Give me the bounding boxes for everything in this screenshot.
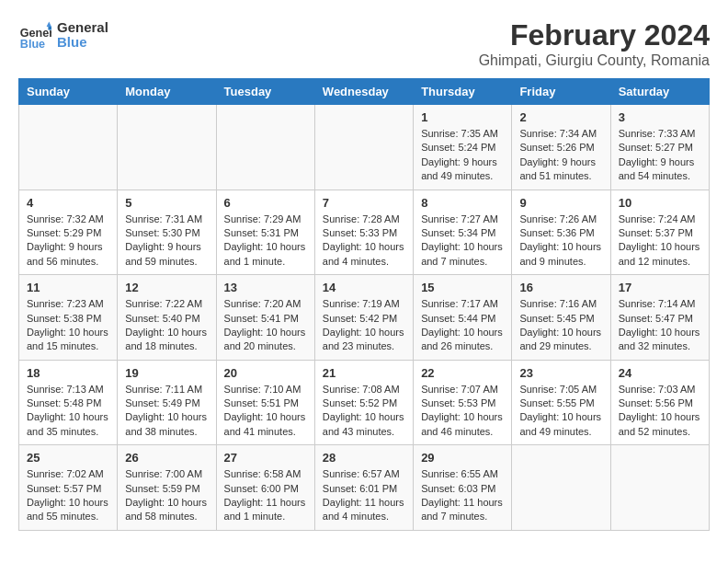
svg-marker-3 <box>48 27 51 30</box>
day-number: 19 <box>125 366 208 380</box>
day-number: 26 <box>125 451 208 465</box>
day-cell: 6Sunrise: 7:29 AMSunset: 5:31 PMDaylight… <box>216 190 314 275</box>
day-number: 5 <box>125 196 208 210</box>
day-cell: 20Sunrise: 7:10 AMSunset: 5:51 PMDayligh… <box>216 360 314 445</box>
day-cell: 17Sunrise: 7:14 AMSunset: 5:47 PMDayligh… <box>610 275 709 361</box>
day-info: Sunrise: 7:03 AMSunset: 5:56 PMDaylight:… <box>619 383 701 440</box>
day-cell: 21Sunrise: 7:08 AMSunset: 5:52 PMDayligh… <box>314 360 413 445</box>
day-cell: 15Sunrise: 7:17 AMSunset: 5:44 PMDayligh… <box>414 275 512 361</box>
day-cell: 7Sunrise: 7:28 AMSunset: 5:33 PMDaylight… <box>314 190 413 275</box>
day-info: Sunrise: 7:02 AMSunset: 5:57 PMDaylight:… <box>27 467 109 524</box>
day-number: 10 <box>619 196 701 210</box>
day-info: Sunrise: 7:07 AMSunset: 5:53 PMDaylight:… <box>421 383 504 440</box>
day-cell: 28Sunrise: 6:57 AMSunset: 6:01 PMDayligh… <box>314 445 413 531</box>
day-info: Sunrise: 7:22 AMSunset: 5:40 PMDaylight:… <box>125 297 208 354</box>
day-info: Sunrise: 7:27 AMSunset: 5:34 PMDaylight:… <box>421 213 504 270</box>
day-number: 22 <box>421 366 504 380</box>
day-cell: 25Sunrise: 7:02 AMSunset: 5:57 PMDayligh… <box>19 445 118 531</box>
day-info: Sunrise: 7:00 AMSunset: 5:59 PMDaylight:… <box>125 467 208 524</box>
week-row-1: 4Sunrise: 7:32 AMSunset: 5:29 PMDaylight… <box>19 190 710 275</box>
day-cell: 12Sunrise: 7:22 AMSunset: 5:40 PMDayligh… <box>118 275 216 361</box>
day-info: Sunrise: 7:08 AMSunset: 5:52 PMDaylight:… <box>323 383 405 440</box>
svg-marker-2 <box>47 22 51 27</box>
day-info: Sunrise: 7:29 AMSunset: 5:31 PMDaylight:… <box>224 213 307 270</box>
day-cell: 26Sunrise: 7:00 AMSunset: 5:59 PMDayligh… <box>118 445 216 531</box>
day-cell: 8Sunrise: 7:27 AMSunset: 5:34 PMDaylight… <box>414 190 512 275</box>
day-info: Sunrise: 7:20 AMSunset: 5:41 PMDaylight:… <box>224 297 307 354</box>
header-saturday: Saturday <box>610 79 709 105</box>
day-number: 9 <box>519 196 602 210</box>
day-info: Sunrise: 7:33 AMSunset: 5:27 PMDaylight:… <box>619 127 701 184</box>
page-header: General Blue General Blue February 2024 … <box>18 18 710 69</box>
day-cell: 29Sunrise: 6:55 AMSunset: 6:03 PMDayligh… <box>414 445 512 531</box>
day-cell: 14Sunrise: 7:19 AMSunset: 5:42 PMDayligh… <box>314 275 413 361</box>
logo-blue: Blue <box>57 35 87 51</box>
day-info: Sunrise: 7:23 AMSunset: 5:38 PMDaylight:… <box>27 297 109 354</box>
day-info: Sunrise: 7:32 AMSunset: 5:29 PMDaylight:… <box>27 213 109 270</box>
day-number: 14 <box>323 281 405 294</box>
day-cell: 3Sunrise: 7:33 AMSunset: 5:27 PMDaylight… <box>610 105 709 190</box>
day-number: 2 <box>519 110 602 124</box>
day-info: Sunrise: 7:17 AMSunset: 5:44 PMDaylight:… <box>421 297 504 354</box>
day-number: 13 <box>224 281 307 294</box>
day-number: 12 <box>125 281 208 294</box>
day-number: 20 <box>224 366 307 380</box>
day-info: Sunrise: 7:35 AMSunset: 5:24 PMDaylight:… <box>421 127 504 184</box>
day-info: Sunrise: 6:58 AMSunset: 6:00 PMDaylight:… <box>224 467 307 524</box>
day-cell: 5Sunrise: 7:31 AMSunset: 5:30 PMDaylight… <box>118 190 216 275</box>
title-block: February 2024 Ghimpati, Giurgiu County, … <box>479 18 710 69</box>
calendar-table: SundayMondayTuesdayWednesdayThursdayFrid… <box>18 78 710 531</box>
day-cell: 2Sunrise: 7:34 AMSunset: 5:26 PMDaylight… <box>512 105 610 190</box>
day-info: Sunrise: 7:34 AMSunset: 5:26 PMDaylight:… <box>519 127 602 184</box>
day-info: Sunrise: 7:14 AMSunset: 5:47 PMDaylight:… <box>619 297 701 354</box>
day-cell <box>314 105 413 190</box>
day-info: Sunrise: 7:28 AMSunset: 5:33 PMDaylight:… <box>323 213 405 270</box>
day-number: 28 <box>323 451 405 465</box>
day-info: Sunrise: 7:31 AMSunset: 5:30 PMDaylight:… <box>125 213 208 270</box>
day-info: Sunrise: 6:55 AMSunset: 6:03 PMDaylight:… <box>421 467 504 524</box>
week-row-4: 25Sunrise: 7:02 AMSunset: 5:57 PMDayligh… <box>19 445 710 531</box>
day-cell <box>216 105 314 190</box>
svg-text:Blue: Blue <box>20 38 45 51</box>
day-number: 16 <box>519 281 602 294</box>
header-friday: Friday <box>512 79 610 105</box>
day-info: Sunrise: 7:24 AMSunset: 5:37 PMDaylight:… <box>619 213 701 270</box>
day-cell <box>19 105 118 190</box>
header-thursday: Thursday <box>414 79 512 105</box>
calendar-header: SundayMondayTuesdayWednesdayThursdayFrid… <box>19 79 710 105</box>
day-number: 1 <box>421 110 504 124</box>
day-number: 3 <box>619 110 701 124</box>
week-row-3: 18Sunrise: 7:13 AMSunset: 5:48 PMDayligh… <box>19 360 710 445</box>
day-cell: 16Sunrise: 7:16 AMSunset: 5:45 PMDayligh… <box>512 275 610 361</box>
day-number: 27 <box>224 451 307 465</box>
day-cell: 22Sunrise: 7:07 AMSunset: 5:53 PMDayligh… <box>414 360 512 445</box>
day-cell: 13Sunrise: 7:20 AMSunset: 5:41 PMDayligh… <box>216 275 314 361</box>
day-cell: 18Sunrise: 7:13 AMSunset: 5:48 PMDayligh… <box>19 360 118 445</box>
day-info: Sunrise: 7:13 AMSunset: 5:48 PMDaylight:… <box>27 383 109 440</box>
day-number: 11 <box>27 281 109 294</box>
day-info: Sunrise: 6:57 AMSunset: 6:01 PMDaylight:… <box>323 467 405 524</box>
day-number: 6 <box>224 196 307 210</box>
day-info: Sunrise: 7:26 AMSunset: 5:36 PMDaylight:… <box>519 213 602 270</box>
calendar-subtitle: Ghimpati, Giurgiu County, Romania <box>479 52 710 69</box>
header-sunday: Sunday <box>19 79 118 105</box>
day-info: Sunrise: 7:19 AMSunset: 5:42 PMDaylight:… <box>323 297 405 354</box>
calendar-title: February 2024 <box>479 18 710 52</box>
day-cell: 24Sunrise: 7:03 AMSunset: 5:56 PMDayligh… <box>610 360 709 445</box>
day-number: 25 <box>27 451 109 465</box>
day-number: 29 <box>421 451 504 465</box>
day-number: 23 <box>519 366 602 380</box>
logo-general: General <box>57 20 108 36</box>
week-row-0: 1Sunrise: 7:35 AMSunset: 5:24 PMDaylight… <box>19 105 710 190</box>
header-wednesday: Wednesday <box>314 79 413 105</box>
day-number: 17 <box>619 281 701 294</box>
header-monday: Monday <box>118 79 216 105</box>
day-number: 4 <box>27 196 109 210</box>
logo-icon: General Blue <box>18 18 51 52</box>
day-cell <box>512 445 610 531</box>
day-cell: 4Sunrise: 7:32 AMSunset: 5:29 PMDaylight… <box>19 190 118 275</box>
day-cell <box>610 445 709 531</box>
day-number: 15 <box>421 281 504 294</box>
day-info: Sunrise: 7:05 AMSunset: 5:55 PMDaylight:… <box>519 383 602 440</box>
day-number: 18 <box>27 366 109 380</box>
